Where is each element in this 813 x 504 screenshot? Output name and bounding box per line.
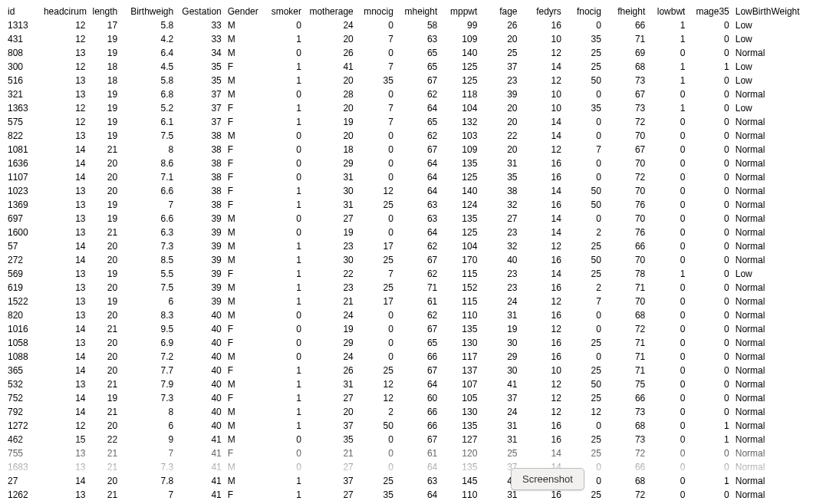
cell-fedyrs: 14 [520,267,564,281]
cell-smoker: 1 [261,364,304,377]
cell-fage: 30 [480,364,520,377]
cell-fheight: 66 [604,239,648,253]
cell-mppwt: 125 [440,74,480,87]
cell-mage35: 0 [688,308,732,322]
screenshot-button[interactable]: Screenshot [511,468,584,490]
cell-lowbwt: 1 [648,32,688,46]
cell-mnocig: 7 [357,60,397,74]
cell-id: 820 [5,308,41,322]
cell-fheight: 71 [604,350,648,364]
cell-Gestation: 39 [176,239,225,253]
cell-mheight: 65 [397,336,440,350]
cell-headcirum: 14 [41,170,89,184]
cell-headcirum: 13 [41,460,89,474]
cell-lowbwt: 0 [648,143,688,156]
cell-smoker: 0 [261,446,304,460]
cell-motherage: 24 [304,308,357,322]
cell-headcirum: 13 [41,336,89,350]
cell-id: 516 [5,74,41,87]
cell-Gender: M [225,253,261,267]
cell-headcirum: 12 [41,32,89,46]
cell-fage: 37 [480,391,520,405]
cell-Gestation: 39 [176,267,225,281]
data-table: idheadcirumlengthBirthweighGestationGend… [5,5,808,504]
cell-motherage: 21 [304,295,357,308]
cell-Gestation: 40 [176,322,225,336]
cell-smoker: 1 [261,101,304,115]
cell-mage35: 0 [688,336,732,350]
cell-Gestation: 40 [176,391,225,405]
cell-LowBirthWeight: Normal [732,87,808,101]
cell-length: 20 [88,336,120,350]
cell-mppwt: 145 [440,474,480,488]
cell-mheight: 62 [397,308,440,322]
cell-headcirum: 14 [41,253,89,267]
cell-fheight: 72 [604,170,648,184]
cell-mnocig: 7 [357,32,397,46]
table-row: 53213217.940M13112641074112507500Normal [5,377,808,391]
cell-LowBirthWeight: Normal [732,446,808,460]
cell-lowbwt: 0 [648,156,688,170]
cell-lowbwt: 1 [648,60,688,74]
cell-mage35: 1 [688,60,732,74]
cell-LowBirthWeight: Normal [732,129,808,143]
cell-smoker: 1 [261,281,304,295]
table-row: 102313206.638F13012641403814507000Normal [5,184,808,198]
cell-mppwt: 125 [440,60,480,74]
cell-id: 1600 [5,226,41,239]
cell-Birthweigh: 5.2 [120,101,176,115]
cell-fheight: 73 [604,101,648,115]
table-row: 7551321741F0210611202514257200Normal [5,446,808,460]
cell-mnocig: 7 [357,267,397,281]
col-fnocig: fnocig [564,5,604,18]
col-length: length [88,5,120,18]
cell-fnocig: 0 [564,322,604,336]
cell-Gender: F [225,143,261,156]
cell-fedyrs: 12 [520,377,564,391]
table-row: 80813196.434M0260651402512256900Normal [5,46,808,60]
cell-fedyrs: 12 [520,143,564,156]
cell-mage35: 0 [688,322,732,336]
cell-Gestation: 37 [176,101,225,115]
cell-headcirum: 13 [41,446,89,460]
cell-mnocig: 17 [357,295,397,308]
cell-motherage: 27 [304,488,357,502]
cell-fedyrs: 14 [520,60,564,74]
cell-mheight: 71 [397,281,440,295]
cell-LowBirthWeight: Normal [732,295,808,308]
table-row: 131312175.833M02405899261606610Low [5,18,808,32]
cell-lowbwt: 0 [648,115,688,129]
cell-Gestation: 39 [176,212,225,226]
cell-Birthweigh: 8 [120,143,176,156]
cell-LowBirthWeight: Normal [732,143,808,156]
cell-mage35: 0 [688,226,732,239]
cell-headcirum: 12 [41,101,89,115]
cell-mheight: 66 [397,419,440,433]
cell-motherage: 24 [304,350,357,364]
cell-mppwt: 135 [440,212,480,226]
cell-fage: 19 [480,322,520,336]
cell-mage35: 0 [688,143,732,156]
cell-headcirum: 14 [41,143,89,156]
cell-lowbwt: 0 [648,405,688,419]
cell-lowbwt: 0 [648,350,688,364]
cell-fnocig: 50 [564,253,604,267]
cell-fheight: 70 [604,253,648,267]
cell-smoker: 1 [261,60,304,74]
cell-fheight: 78 [604,267,648,281]
cell-fnocig: 25 [564,364,604,377]
cell-mnocig: 0 [357,87,397,101]
cell-fedyrs: 16 [520,281,564,295]
cell-fnocig: 50 [564,184,604,198]
cell-id: 272 [5,253,41,267]
cell-mnocig: 0 [357,46,397,60]
cell-length: 20 [88,156,120,170]
cell-fheight: 70 [604,295,648,308]
cell-headcirum: 13 [41,308,89,322]
cell-Birthweigh: 9 [120,433,176,446]
cell-mppwt: 140 [440,184,480,198]
cell-Gender: M [225,281,261,295]
cell-smoker: 0 [261,460,304,474]
cell-smoker: 1 [261,184,304,198]
cell-LowBirthWeight: Normal [732,377,808,391]
